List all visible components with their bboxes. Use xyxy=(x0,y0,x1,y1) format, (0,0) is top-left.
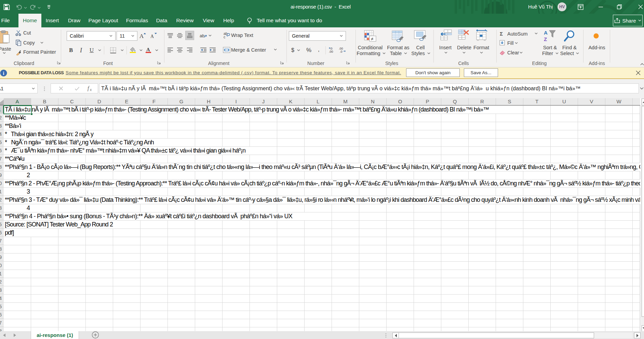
grid-row-1[interactable]: TÃ i liá»‡u nÃ y lÃ má»™t bÃ i táº-p kiá… xyxy=(4,106,640,114)
save-button[interactable] xyxy=(3,0,10,14)
share-button[interactable]: Share xyxy=(613,15,643,26)
row-header-21[interactable]: 21 xyxy=(0,270,4,278)
select-all-corner[interactable] xyxy=(0,98,4,105)
grid-row-6[interactable]: * Æ¯u tiÃªn kiá»ƒm thá»- nhÆ° má»™t nhiá… xyxy=(4,147,640,155)
column-header-T[interactable]: T xyxy=(523,98,551,105)
find-select-button[interactable]: Select xyxy=(550,51,584,56)
grid-row-12[interactable]: **Pháº§n 3 - TÆ° duy vá» dá»¯ liá»‡u (Da… xyxy=(4,196,640,204)
number-format-select[interactable]: General xyxy=(289,31,346,41)
orientation-dropdown-icon[interactable] xyxy=(209,35,212,37)
comma-style-button[interactable]: , xyxy=(318,47,321,53)
font-dialog-launcher[interactable] xyxy=(157,61,161,65)
column-header-R[interactable]: R xyxy=(469,98,496,105)
cell-styles-dropdown-icon[interactable] xyxy=(427,52,430,54)
new-sheet-button[interactable] xyxy=(92,331,99,339)
dont-show-again-button[interactable]: Don't show again xyxy=(406,68,460,77)
increase-indent-button[interactable] xyxy=(209,47,216,53)
tabbar-splitter[interactable] xyxy=(385,333,387,338)
autosum-dropdown-icon[interactable] xyxy=(535,32,538,35)
row-header-15[interactable]: 15 xyxy=(0,221,4,229)
enter-button[interactable] xyxy=(75,87,80,91)
row-header-24[interactable]: 24 xyxy=(0,295,4,302)
collapse-ribbon-button[interactable] xyxy=(640,63,644,65)
column-header-A[interactable]: A xyxy=(4,98,31,105)
align-bottom-button[interactable] xyxy=(187,33,193,38)
expand-formula-bar-button[interactable] xyxy=(640,87,644,90)
merge-center-dropdown-icon[interactable] xyxy=(274,49,277,51)
tell-me-input[interactable]: Tell me what you want to do xyxy=(257,14,322,27)
column-header-B[interactable]: B xyxy=(31,98,58,105)
fill-button[interactable]: Fill xyxy=(507,40,514,46)
row-header-18[interactable]: 18 xyxy=(0,245,4,253)
column-header-L[interactable]: L xyxy=(305,98,332,105)
row-header-11[interactable]: 11 xyxy=(0,188,4,196)
number-dialog-launcher[interactable] xyxy=(346,61,350,65)
grid-row-9[interactable]: 2 xyxy=(4,171,640,180)
row-header-5[interactable]: 5 xyxy=(0,139,4,146)
column-header-F[interactable]: F xyxy=(140,98,168,105)
row-header-6[interactable]: 6 xyxy=(0,147,4,155)
font-color-button[interactable]: A xyxy=(145,47,151,53)
accounting-dropdown-icon[interactable] xyxy=(297,49,300,51)
column-header-V[interactable]: V xyxy=(578,98,605,105)
next-sheet-button[interactable] xyxy=(14,334,16,337)
alignment-dialog-launcher[interactable] xyxy=(280,61,284,65)
minimize-button[interactable] xyxy=(593,0,608,14)
align-middle-button[interactable] xyxy=(177,33,183,38)
column-header-Q[interactable]: Q xyxy=(441,98,469,105)
row-header-25[interactable]: 25 xyxy=(0,303,4,311)
sheet-tab-active[interactable]: ai-response (1) xyxy=(31,331,79,339)
tab-formulas[interactable]: Formulas xyxy=(121,14,153,27)
row-header-16[interactable]: 16 xyxy=(0,229,4,237)
insert-function-button[interactable]: fx xyxy=(87,86,95,91)
row-header-7[interactable]: 7 xyxy=(0,155,4,163)
grid-row-17[interactable] xyxy=(4,237,640,245)
column-header-O[interactable]: O xyxy=(387,98,414,105)
tab-home[interactable]: Home xyxy=(18,14,41,27)
decrease-font-button[interactable]: A xyxy=(150,32,157,39)
grid-row-18[interactable] xyxy=(4,245,640,253)
column-header-partial[interactable] xyxy=(633,98,640,105)
spreadsheet-grid[interactable]: ABCDEFGHIJKLMNOPQRSTUVW 1234567891011121… xyxy=(0,98,644,331)
align-left-button[interactable] xyxy=(167,47,173,53)
clipboard-dialog-launcher[interactable] xyxy=(57,61,61,65)
scroll-up-button[interactable] xyxy=(642,99,644,105)
grid-row-2[interactable]: **Má»¥c xyxy=(4,114,640,122)
row-header-2[interactable]: 2 xyxy=(0,114,4,122)
underline-button[interactable]: U xyxy=(90,47,94,54)
tab-draw[interactable]: Draw xyxy=(63,14,85,27)
row-header-10[interactable]: 10 xyxy=(0,180,4,187)
column-header-J[interactable]: J xyxy=(250,98,277,105)
fill-color-dropdown-icon[interactable] xyxy=(139,49,143,51)
fill-dropdown-icon[interactable] xyxy=(515,42,518,44)
column-header-G[interactable]: G xyxy=(168,98,195,105)
find-select-dropdown-icon[interactable] xyxy=(576,52,579,54)
addins-button[interactable]: Add-ins xyxy=(580,45,614,51)
formula-bar-splitter[interactable] xyxy=(44,86,45,91)
vertical-scroll-thumb[interactable] xyxy=(642,106,644,317)
column-header-N[interactable]: N xyxy=(359,98,387,105)
clear-button[interactable]: Clear xyxy=(507,50,519,56)
grid-row-13[interactable]: 4 xyxy=(4,204,640,212)
avatar[interactable]: HV xyxy=(558,2,566,11)
row-header-4[interactable]: 4 xyxy=(0,130,4,138)
paste-button[interactable] xyxy=(0,30,12,44)
tab-insert[interactable]: Insert xyxy=(41,14,63,27)
grid-row-10[interactable]: **Pháº§n 2 - PhÆ°Æ¡ng phÃ¡p kiá»ƒm thá»-… xyxy=(4,180,640,188)
grid-row-15[interactable]: [Source: [SONAT] Tester Web_App Round 2 xyxy=(4,221,640,229)
row-header-27[interactable]: 27 xyxy=(0,319,4,327)
column-header-D[interactable]: D xyxy=(86,98,113,105)
row-header-3[interactable]: 3 xyxy=(0,122,4,130)
column-header-C[interactable]: C xyxy=(58,98,86,105)
tab-file[interactable]: File xyxy=(0,14,14,27)
fill-color-button[interactable] xyxy=(130,47,136,53)
grid-row-11[interactable]: 3 xyxy=(4,188,640,196)
grid-row-20[interactable] xyxy=(4,262,640,270)
column-header-M[interactable]: M xyxy=(332,98,359,105)
font-name-select[interactable]: Calibri xyxy=(67,31,116,41)
row-header-23[interactable]: 23 xyxy=(0,286,4,294)
format-painter-button[interactable]: Format Painter xyxy=(23,49,56,55)
paste-dropdown-icon[interactable] xyxy=(3,52,6,54)
undo-button[interactable] xyxy=(16,0,23,14)
accounting-format-button[interactable]: $ xyxy=(291,47,295,53)
